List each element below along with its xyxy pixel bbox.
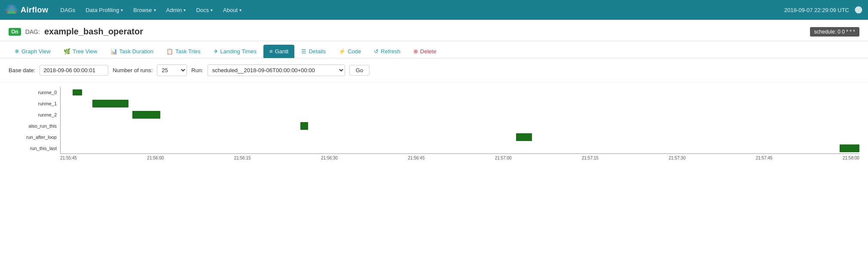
gantt-x-axis: 21:55:45 21:56:00 21:56:15 21:56:30 21:5… [60, 154, 859, 160]
gantt-row-runme1 [61, 98, 859, 109]
nav-browse[interactable]: Browse▾ [128, 0, 161, 20]
gantt-label-run-after: run_after_loop [9, 132, 60, 143]
gantt-label-runme0: runme_0 [9, 87, 60, 98]
tree-view-icon: 🌿 [64, 48, 70, 55]
graph-view-icon: ❄ [15, 48, 19, 55]
tab-graph-view[interactable]: ❄ Graph View [9, 45, 57, 58]
gantt-bar-runme0[interactable] [73, 89, 82, 95]
nav-docs[interactable]: Docs▾ [191, 0, 218, 20]
tab-tree-view[interactable]: 🌿 Tree View [58, 45, 104, 58]
logout-icon[interactable] [854, 6, 863, 14]
task-duration-icon: 📊 [110, 48, 117, 55]
tab-landing-times[interactable]: ✈ Landing Times [208, 45, 263, 58]
gantt-row-run-last [61, 143, 859, 154]
axis-label-3: 21:56:30 [321, 156, 338, 160]
tab-code[interactable]: ⚡ Code [333, 45, 367, 58]
nav-about[interactable]: About▾ [218, 0, 247, 20]
on-badge[interactable]: On [9, 28, 21, 36]
axis-label-2: 21:56:15 [234, 156, 251, 160]
filter-bar: Base date: Number of runs: 25 Run: sched… [0, 58, 868, 83]
landing-times-icon: ✈ [214, 48, 218, 55]
main-content: On DAG: example_bash_operator schedule: … [0, 20, 868, 276]
tab-refresh[interactable]: ↺ Refresh [368, 45, 406, 58]
gantt-container: runme_0 runme_1 runme_2 also_run_this ru… [0, 83, 868, 169]
nav-right: 2018-09-07 22:29:09 UTC [784, 6, 863, 14]
tab-bar: ❄ Graph View 🌿 Tree View 📊 Task Duration… [0, 41, 868, 58]
nav-items: DAGs Data Profiling▾ Browse▾ Admin▾ Docs… [55, 0, 784, 20]
run-label: Run: [191, 67, 203, 74]
brand[interactable]: Airflow [5, 3, 49, 16]
gantt-bar-run-last[interactable] [840, 144, 859, 152]
gantt-chart: runme_0 runme_1 runme_2 also_run_this ru… [0, 87, 868, 160]
tab-task-tries[interactable]: 📋 Task Tries [160, 45, 207, 58]
axis-label-1: 21:56:00 [147, 156, 164, 160]
gantt-label-runme1: runme_1 [9, 98, 60, 109]
nav-dags[interactable]: DAGs [55, 0, 81, 20]
tab-delete[interactable]: ⊗ Delete [407, 45, 443, 58]
brand-label: Airflow [21, 6, 49, 15]
tab-task-duration[interactable]: 📊 Task Duration [104, 45, 159, 58]
dag-header: On DAG: example_bash_operator schedule: … [0, 20, 868, 41]
gantt-bars-area [60, 87, 859, 154]
delete-icon: ⊗ [413, 48, 418, 55]
gantt-bar-runme1[interactable] [92, 100, 128, 107]
gantt-row-run-after [61, 132, 859, 143]
dag-title-area: On DAG: example_bash_operator [9, 27, 143, 37]
task-tries-icon: 📋 [166, 48, 173, 55]
gantt-bar-also-run[interactable] [300, 122, 309, 130]
dag-name: example_bash_operator [44, 27, 143, 37]
axis-label-5: 21:57:00 [495, 156, 512, 160]
axis-label-8: 21:57:45 [756, 156, 773, 160]
axis-label-9: 21:58:00 [843, 156, 859, 160]
code-icon: ⚡ [339, 48, 345, 55]
gantt-body: 21:55:45 21:56:00 21:56:15 21:56:30 21:5… [60, 87, 859, 160]
axis-label-7: 21:57:30 [669, 156, 685, 160]
refresh-icon: ↺ [374, 48, 379, 55]
base-date-label: Base date: [9, 67, 35, 74]
navbar: Airflow DAGs Data Profiling▾ Browse▾ Adm… [0, 0, 868, 20]
gantt-bar-run-after[interactable] [516, 133, 532, 141]
tab-details[interactable]: ☰ Details [295, 45, 332, 58]
axis-label-4: 21:56:45 [408, 156, 425, 160]
nav-admin[interactable]: Admin▾ [161, 0, 191, 20]
gantt-label-runme2: runme_2 [9, 109, 60, 120]
num-runs-select[interactable]: 25 [157, 64, 187, 76]
gantt-row-also-run [61, 120, 859, 132]
gantt-icon: ≡ [269, 48, 273, 55]
run-select[interactable]: scheduled__2018-09-06T00:00:00+00:00 [208, 64, 345, 76]
svg-marker-2 [5, 5, 18, 11]
gantt-label-also-run: also_run_this [9, 120, 60, 132]
nav-data-profiling[interactable]: Data Profiling▾ [80, 0, 128, 20]
airflow-logo-icon [5, 3, 18, 16]
details-icon: ☰ [301, 48, 306, 55]
schedule-badge: schedule: 0 0 * * * [810, 27, 859, 37]
datetime-display: 2018-09-07 22:29:09 UTC [784, 7, 849, 13]
num-runs-label: Number of runs: [113, 67, 153, 74]
gantt-row-runme0 [61, 87, 859, 98]
dag-prefix: DAG: [25, 28, 40, 35]
axis-label-0: 21:55:45 [60, 156, 77, 160]
gantt-labels: runme_0 runme_1 runme_2 also_run_this ru… [9, 87, 60, 160]
base-date-input[interactable] [40, 65, 108, 76]
axis-label-6: 21:57:15 [582, 156, 599, 160]
gantt-bar-runme2[interactable] [132, 111, 160, 119]
tab-gantt[interactable]: ≡ Gantt [263, 45, 294, 58]
gantt-row-runme2 [61, 109, 859, 120]
go-button[interactable]: Go [349, 65, 370, 76]
gantt-label-run-last: run_this_last [9, 143, 60, 154]
